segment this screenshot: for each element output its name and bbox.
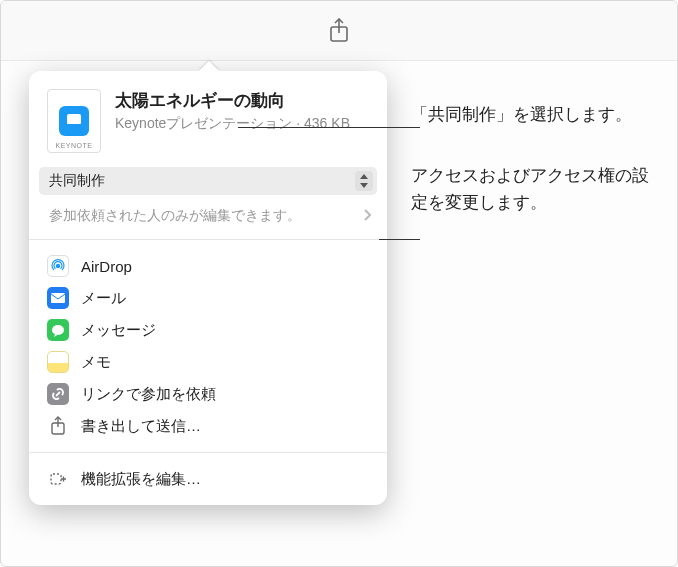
share-export-send[interactable]: 書き出して送信… [29,410,387,442]
share-popover: KEYNOTE 太陽エネルギーの動向 Keynoteプレゼンテーション · 43… [29,71,387,505]
share-airdrop-label: AirDrop [81,258,132,275]
divider [29,239,387,240]
export-icon [47,415,69,437]
edit-extensions-label: 機能拡張を編集… [81,470,201,489]
document-header: KEYNOTE 太陽エネルギーの動向 Keynoteプレゼンテーション · 43… [29,85,387,163]
document-type: Keynoteプレゼンテーション [115,115,292,131]
airdrop-icon [47,255,69,277]
document-meta: Keynoteプレゼンテーション · 436 KB [115,114,369,132]
share-export-send-label: 書き出して送信… [81,417,201,436]
svg-rect-5 [51,474,61,484]
share-notes-label: メモ [81,353,111,372]
mode-label: 共同制作 [49,172,105,190]
share-icon[interactable] [328,18,350,44]
messages-icon [47,319,69,341]
share-airdrop[interactable]: AirDrop [29,250,387,282]
callout-permissions: アクセスおよびアクセス権の設定を変更します。 [411,162,661,216]
svg-point-1 [56,264,60,268]
svg-rect-2 [51,293,65,303]
share-mail-label: メール [81,289,126,308]
thumb-kind-label: KEYNOTE [56,142,93,149]
chevron-right-icon [363,209,371,224]
document-thumbnail: KEYNOTE [47,89,101,153]
share-invite-link-label: リンクで参加を依頼 [81,385,216,404]
callout-line [238,127,420,128]
permission-settings-row[interactable]: 参加依頼された人のみが編集できます。 [39,201,377,231]
share-destinations: AirDrop メール メッセージ メモ リンクで参加を依頼 [29,248,387,444]
share-messages[interactable]: メッセージ [29,314,387,346]
collaboration-mode-select[interactable]: 共同制作 [39,167,377,195]
notes-icon [47,351,69,373]
share-mail[interactable]: メール [29,282,387,314]
callouts: 「共同制作」を選択します。 アクセスおよびアクセス権の設定を変更します。 [411,101,661,217]
mail-icon [47,287,69,309]
toolbar [1,1,677,61]
share-messages-label: メッセージ [81,321,156,340]
share-notes[interactable]: メモ [29,346,387,378]
edit-extensions[interactable]: 機能拡張を編集… [29,463,387,495]
callout-collaborate: 「共同制作」を選択します。 [411,101,661,128]
share-invite-link[interactable]: リンクで参加を依頼 [29,378,387,410]
divider [29,452,387,453]
updown-chevron-icon [355,171,373,191]
permission-text: 参加依頼された人のみが編集できます。 [49,207,301,225]
document-size: 436 KB [304,115,350,131]
svg-point-3 [52,325,64,335]
document-title: 太陽エネルギーの動向 [115,89,369,112]
link-icon [47,383,69,405]
callout-line [379,239,420,240]
extensions-icon [47,468,69,490]
